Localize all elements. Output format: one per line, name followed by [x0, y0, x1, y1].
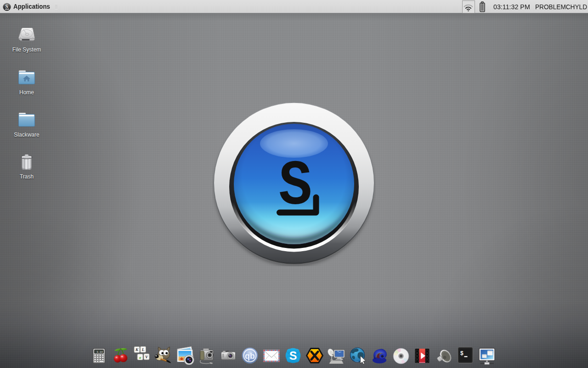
svg-text:L: L: [141, 347, 145, 352]
svg-text:3.14: 3.14: [96, 351, 103, 354]
svg-text:V: V: [145, 355, 148, 359]
svg-text:$: $: [460, 350, 464, 356]
svg-text:a: a: [139, 355, 141, 360]
svg-text:K: K: [135, 347, 139, 352]
svg-text:S: S: [6, 4, 8, 9]
svg-text:S: S: [289, 349, 297, 362]
svg-text:qb: qb: [245, 351, 255, 361]
